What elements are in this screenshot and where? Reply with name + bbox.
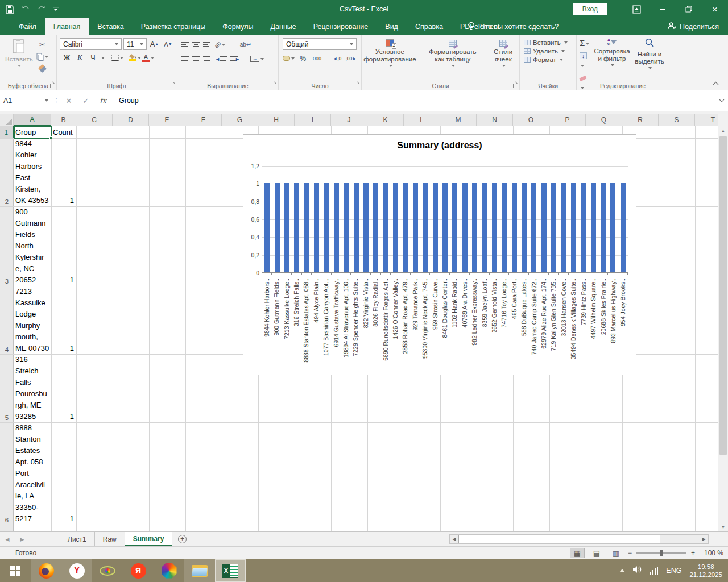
taskbar-color-app[interactable] bbox=[154, 559, 184, 582]
tray-expand-icon[interactable] bbox=[619, 569, 625, 572]
ribbon-tab-Вид[interactable]: Вид bbox=[377, 18, 407, 35]
taskbar-yandex-browser[interactable]: Y bbox=[61, 559, 92, 582]
styles-dialog-launcher[interactable] bbox=[513, 84, 518, 88]
sheet-tab-Summary[interactable]: Summary bbox=[125, 532, 173, 546]
fill-color-icon[interactable] bbox=[129, 52, 141, 63]
insert-function-icon[interactable]: fx bbox=[94, 97, 111, 105]
align-center-icon[interactable] bbox=[192, 56, 200, 61]
taskbar-file-explorer[interactable] bbox=[184, 559, 215, 582]
zoom-out-icon[interactable]: − bbox=[628, 549, 632, 557]
align-bottom-icon[interactable] bbox=[203, 42, 210, 47]
chart-bar[interactable] bbox=[492, 183, 497, 272]
column-header-E[interactable]: E bbox=[149, 114, 185, 126]
chart-bar[interactable] bbox=[462, 183, 468, 272]
chart-summary-address[interactable]: Summary (address)1,210,80,60,40,20 9844 … bbox=[243, 134, 636, 375]
column-header-C[interactable]: C bbox=[76, 114, 113, 126]
ribbon-tab-Разметка страницы[interactable]: Разметка страницы bbox=[133, 18, 214, 35]
decrease-decimal-icon[interactable]: ,00► bbox=[345, 53, 357, 64]
font-size-select[interactable]: 11 bbox=[123, 38, 147, 50]
expand-formula-bar-icon[interactable] bbox=[715, 90, 728, 111]
cell-B4[interactable]: 1 bbox=[52, 343, 74, 354]
ribbon-tab-Формулы[interactable]: Формулы bbox=[214, 18, 262, 35]
taskbar-eye-app[interactable] bbox=[92, 559, 123, 582]
column-header-S[interactable]: S bbox=[659, 114, 695, 126]
ribbon-tab-Главная[interactable]: Главная bbox=[45, 18, 89, 35]
copy-icon[interactable] bbox=[36, 51, 48, 62]
cell-B5[interactable]: 1 bbox=[52, 411, 74, 422]
prev-sheet-icon[interactable]: ◀ bbox=[0, 532, 15, 546]
row-header-5[interactable]: 5 bbox=[0, 354, 14, 422]
cell-A2[interactable]: 9844KohlerHarborsEastKirsten,OK 43553 bbox=[15, 138, 50, 206]
column-header-K[interactable]: K bbox=[367, 114, 404, 126]
chart-bar[interactable] bbox=[472, 183, 477, 272]
comma-style-icon[interactable]: 000 bbox=[311, 53, 323, 64]
clipboard-dialog-launcher[interactable] bbox=[50, 84, 55, 88]
italic-button[interactable]: К bbox=[74, 52, 86, 63]
chart-bar[interactable] bbox=[383, 183, 388, 272]
cell-B1[interactable]: Count bbox=[53, 126, 76, 138]
close-button[interactable]: × bbox=[702, 0, 728, 18]
chart-bar[interactable] bbox=[363, 183, 369, 272]
column-header-D[interactable]: D bbox=[113, 114, 149, 126]
row-header-2[interactable]: 2 bbox=[0, 138, 14, 206]
increase-decimal-icon[interactable]: ◄,0 bbox=[331, 53, 343, 64]
number-dialog-launcher[interactable] bbox=[355, 84, 359, 88]
language-indicator[interactable]: ENG bbox=[666, 567, 681, 575]
chart-bar[interactable] bbox=[442, 183, 448, 272]
page-break-view-icon[interactable]: ▥ bbox=[609, 548, 623, 558]
decrease-font-icon[interactable]: А▼ bbox=[162, 39, 174, 49]
format-as-table-button[interactable]: Форматировать как таблицу bbox=[422, 39, 483, 67]
row-header-6[interactable]: 6 bbox=[0, 422, 14, 525]
number-format-select[interactable]: Общий bbox=[283, 38, 357, 50]
chart-bar[interactable] bbox=[591, 183, 596, 272]
chart-bar[interactable] bbox=[581, 183, 586, 272]
scroll-up-icon[interactable]: ▲ bbox=[718, 126, 728, 135]
chart-bar[interactable] bbox=[601, 183, 606, 272]
minimize-button[interactable] bbox=[650, 0, 676, 18]
chart-bar[interactable] bbox=[264, 183, 270, 272]
align-middle-icon[interactable] bbox=[192, 42, 200, 47]
cell-A6[interactable]: 8888StantonEstatesApt. 058PortAracelivil… bbox=[15, 422, 50, 525]
cell-styles-button[interactable]: Стили ячеек bbox=[486, 39, 521, 67]
chart-bar[interactable] bbox=[522, 183, 527, 272]
scroll-right-icon[interactable]: ▶ bbox=[700, 535, 708, 543]
confirm-entry-icon[interactable]: ✓ bbox=[77, 97, 94, 105]
zoom-slider[interactable]: − + bbox=[628, 549, 695, 557]
sheet-tab-Лист1[interactable]: Лист1 bbox=[60, 532, 95, 546]
column-header-B[interactable]: B bbox=[51, 114, 76, 126]
row-header-4[interactable]: 4 bbox=[0, 286, 14, 354]
cell-B2[interactable]: 1 bbox=[52, 195, 74, 206]
autosum-icon[interactable]: Σ bbox=[580, 38, 590, 48]
decrease-indent-icon[interactable]: ◄ bbox=[214, 53, 226, 64]
paste-button[interactable]: Вставить bbox=[2, 37, 36, 67]
fill-handle[interactable] bbox=[49, 136, 52, 139]
chart-bar[interactable] bbox=[502, 183, 507, 272]
vertical-scrollbar[interactable]: ▲ ▼ bbox=[718, 126, 728, 531]
zoom-thumb[interactable] bbox=[660, 550, 663, 556]
scroll-left-icon[interactable]: ◀ bbox=[450, 535, 458, 543]
zoom-in-icon[interactable]: + bbox=[691, 549, 695, 557]
taskbar-start[interactable] bbox=[0, 559, 31, 582]
increase-font-icon[interactable]: А▲ bbox=[148, 39, 160, 49]
taskbar-yandex[interactable]: Я bbox=[123, 559, 154, 582]
insert-cells-button[interactable]: Вставить bbox=[524, 39, 574, 46]
scroll-down-icon[interactable]: ▼ bbox=[718, 522, 728, 531]
column-header-P[interactable]: P bbox=[549, 114, 586, 126]
network-icon[interactable] bbox=[650, 567, 659, 575]
font-color-icon[interactable]: А bbox=[142, 52, 154, 63]
orientation-icon[interactable]: ab bbox=[214, 39, 226, 50]
chart-bar[interactable] bbox=[621, 183, 626, 272]
horizontal-scrollbar[interactable]: ◀ ▶ bbox=[449, 534, 709, 544]
cell-B6[interactable]: 1 bbox=[52, 513, 74, 525]
volume-icon[interactable] bbox=[633, 566, 642, 576]
taskbar-excel[interactable]: X bbox=[215, 559, 246, 582]
chart-bar[interactable] bbox=[610, 183, 615, 272]
chart-bar[interactable] bbox=[423, 183, 428, 272]
merge-center-icon[interactable]: ↔ bbox=[250, 53, 264, 64]
tell-me-search[interactable]: Что вы хотите сделать? bbox=[468, 18, 559, 35]
new-sheet-button[interactable]: + bbox=[172, 532, 192, 546]
sign-in-button[interactable]: Вход bbox=[573, 3, 607, 15]
chart-bar[interactable] bbox=[334, 183, 339, 272]
chart-bar[interactable] bbox=[344, 183, 349, 272]
chart-bar[interactable] bbox=[403, 183, 408, 272]
